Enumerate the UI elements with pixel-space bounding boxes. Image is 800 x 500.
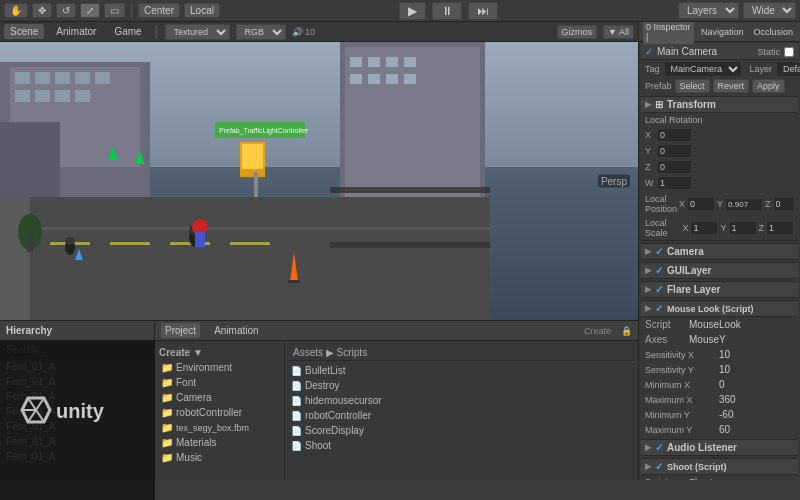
tab-navigation[interactable]: Navigation — [698, 25, 747, 39]
local-scale-row: Local Scale X Y Z — [641, 217, 798, 239]
pivot-label: Center — [144, 5, 174, 16]
inspector-icon: 0 — [646, 22, 651, 32]
script-hidemousecursor[interactable]: 📄 hidemousecursor — [289, 393, 634, 408]
shoot-checkbox[interactable]: ✓ — [655, 461, 663, 472]
script-scoredisplay[interactable]: 📄 ScoreDisplay — [289, 423, 634, 438]
gizmos-btn[interactable]: Gizmos — [557, 25, 598, 39]
max-x-val: 360 — [719, 394, 736, 405]
rgb-select[interactable]: RGB — [236, 24, 286, 40]
camera-arrow: ▶ — [645, 247, 651, 256]
rot-z-row: Z — [641, 159, 798, 175]
tool-hand-btn[interactable]: ✋ — [4, 3, 28, 18]
folder-materials[interactable]: 📁 Materials — [159, 435, 280, 450]
folder-environment[interactable]: 📁 Environment — [159, 360, 280, 375]
folder-icon-environment: 📁 — [161, 362, 173, 373]
script-icon-destroy: 📄 — [291, 381, 302, 391]
folder-label-robot: robotController — [176, 407, 242, 418]
script-icon-hidemouse: 📄 — [291, 396, 302, 406]
tab-scene[interactable]: Scene — [4, 24, 44, 39]
mouselook-checkbox[interactable]: ✓ — [655, 303, 663, 314]
audio-arrow: ▶ — [645, 443, 651, 452]
svg-rect-38 — [288, 280, 300, 283]
layers-select[interactable]: Layers — [678, 2, 739, 19]
tool-scale-btn[interactable]: ⤢ — [80, 3, 100, 18]
pivot-btn[interactable]: Center — [138, 3, 180, 18]
view-tabs-toolbar: Scene Animator Game Textured RGB 🔊 10 Gi… — [0, 22, 638, 42]
tool-rect-btn[interactable]: ▭ — [104, 3, 125, 18]
rot-y-field[interactable] — [657, 144, 692, 158]
svg-rect-2 — [0, 122, 60, 202]
tool-rotate-btn[interactable]: ↺ — [56, 3, 76, 18]
folder-font[interactable]: 📁 Font — [159, 375, 280, 390]
svg-rect-11 — [75, 90, 90, 102]
pos-z-lbl: Z — [765, 199, 771, 209]
rot-z-field[interactable] — [657, 160, 692, 174]
tab-game[interactable]: Game — [108, 24, 147, 39]
object-active-checkbox[interactable]: ✓ — [645, 46, 653, 57]
script-robotcontroller[interactable]: 📄 robotController — [289, 408, 634, 423]
hierarchy-title: Hierarchy — [6, 325, 52, 336]
script-icon-bulletlist: 📄 — [291, 366, 302, 376]
play-btn[interactable]: ▶ — [399, 2, 426, 20]
script-icon-shoot: 📄 — [291, 441, 302, 451]
folder-fbm[interactable]: 📁 tex_segy_box.fbm — [159, 420, 280, 435]
svg-rect-9 — [35, 90, 50, 102]
pos-x-field[interactable] — [687, 197, 715, 211]
layout-select[interactable]: Wide — [743, 2, 796, 19]
main-layout: Scene Animator Game Textured RGB 🔊 10 Gi… — [0, 22, 800, 480]
svg-line-53 — [28, 410, 36, 422]
folder-robotcontroller[interactable]: 📁 robotController — [159, 405, 280, 420]
rot-w-field[interactable] — [657, 176, 692, 190]
guilayer-checkbox[interactable]: ✓ — [655, 265, 663, 276]
render-mode-select[interactable]: Textured — [165, 24, 230, 40]
rot-x-field[interactable] — [657, 128, 692, 142]
tool-move-btn[interactable]: ✥ — [32, 3, 52, 18]
max-y-row: Maximum Y 60 — [641, 422, 798, 437]
scale-x-field[interactable] — [690, 221, 718, 235]
svg-rect-45 — [242, 144, 263, 169]
flarelayer-checkbox[interactable]: ✓ — [655, 284, 663, 295]
scale-z-field[interactable] — [766, 221, 794, 235]
prefab-apply-btn[interactable]: Apply — [752, 79, 785, 93]
tag-row: Tag MainCamera Layer Default — [641, 60, 798, 78]
scale-y-lbl: Y — [720, 223, 726, 233]
space-btn[interactable]: Local — [184, 3, 220, 18]
folder-music[interactable]: 📁 Music — [159, 450, 280, 465]
tab-animation[interactable]: Animation — [210, 323, 262, 338]
script-shoot[interactable]: 📄 Shoot — [289, 438, 634, 453]
camera-section: ▶ ✓ Camera — [641, 243, 798, 260]
scale-y-field[interactable] — [729, 221, 757, 235]
project-content: Create ▼ 📁 Environment 📁 Font 📁 Camera — [155, 341, 638, 480]
unity-logo: unity — [8, 390, 148, 450]
svg-rect-10 — [55, 90, 70, 102]
camera-checkbox[interactable]: ✓ — [655, 246, 663, 257]
project-create-btn[interactable]: Create — [584, 326, 611, 336]
min-y-label: Minimum Y — [645, 410, 715, 420]
tab-inspector[interactable]: 0 Inspector | — [643, 22, 694, 44]
script-bulletlist[interactable]: 📄 BulletList — [289, 363, 634, 378]
audio-checkbox[interactable]: ✓ — [655, 442, 663, 453]
sep-2 — [156, 25, 157, 39]
layer-select[interactable]: Default — [776, 61, 800, 77]
step-btn[interactable]: ⏭ — [468, 2, 498, 20]
folder-camera[interactable]: 📁 Camera — [159, 390, 280, 405]
inspector-tab-label: Inspector — [654, 22, 691, 32]
static-checkbox[interactable] — [784, 47, 794, 57]
project-folder-tree: Create ▼ 📁 Environment 📁 Font 📁 Camera — [155, 341, 285, 480]
scene-geometry: Prefab_TrafficLightController — [0, 42, 638, 320]
script-destroy[interactable]: 📄 Destroy — [289, 378, 634, 393]
prefab-select-btn[interactable]: Select — [675, 79, 710, 93]
prefab-revert-btn[interactable]: Revert — [713, 79, 750, 93]
svg-rect-15 — [368, 57, 380, 67]
tab-animator[interactable]: Animator — [50, 24, 102, 39]
all-btn[interactable]: ▼ All — [603, 25, 634, 39]
pause-btn[interactable]: ⏸ — [432, 2, 462, 20]
shoot-script-row: Script Shoot — [641, 475, 798, 480]
pos-y-field[interactable] — [725, 198, 763, 211]
tag-select[interactable]: MainCamera — [664, 61, 742, 77]
min-x-row: Minimum X 0 — [641, 377, 798, 392]
svg-rect-25 — [110, 242, 150, 245]
tab-project[interactable]: Project — [161, 323, 200, 338]
tab-occlusion[interactable]: Occlusion — [750, 25, 796, 39]
pos-z-field[interactable] — [773, 197, 795, 211]
